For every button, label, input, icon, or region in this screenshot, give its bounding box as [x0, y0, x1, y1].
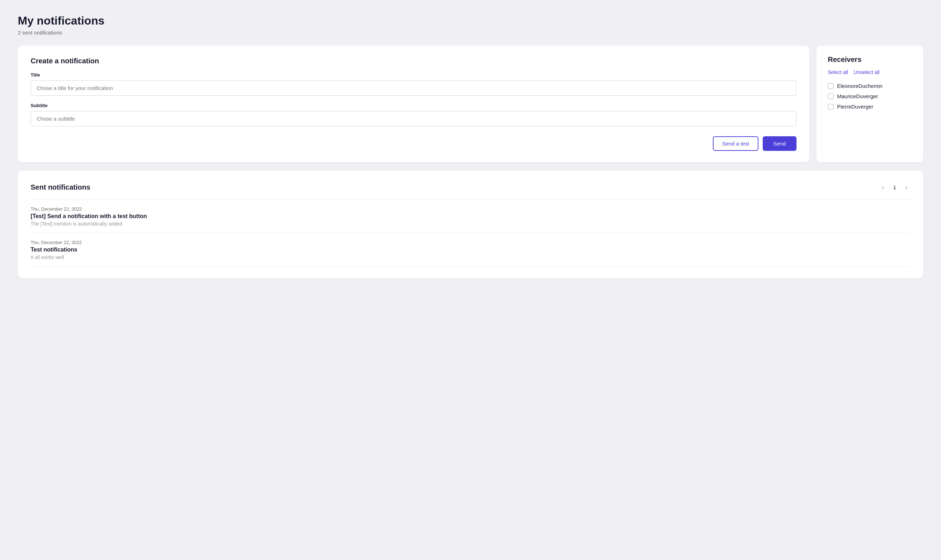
create-notification-card: Create a notification Title Subtitle Sen… [18, 46, 809, 162]
pagination: ‹ 1 › [879, 182, 910, 192]
receiver-checkbox-pierre[interactable] [828, 104, 833, 109]
select-all-button[interactable]: Select all [828, 69, 848, 75]
unselect-all-button[interactable]: Unselect all [854, 69, 879, 75]
notification-item: Thu, December 22, 2022 [Test] Send a not… [31, 200, 910, 233]
receiver-name: PierreDuverger [837, 103, 873, 109]
receiver-name: EleonoreDuchemin [837, 83, 882, 89]
notification-date: Thu, December 22, 2022 [31, 240, 910, 245]
sent-notifications-card: Sent notifications ‹ 1 › Thu, December 2… [18, 171, 923, 278]
receiver-name: MauriceDuverger [837, 93, 878, 99]
notification-subtitle: The [Test] mention is automatically adde… [31, 221, 910, 227]
prev-page-button[interactable]: ‹ [879, 182, 887, 192]
title-label: Title [31, 72, 796, 78]
subtitle-input[interactable] [31, 111, 796, 126]
receiver-checkbox-maurice[interactable] [828, 94, 833, 99]
list-item: PierreDuverger [828, 102, 912, 112]
receivers-card: Receivers Select all Unselect all Eleono… [816, 46, 923, 162]
notification-item: Thu, December 22, 2022 Test notification… [31, 233, 910, 267]
receivers-header: Receivers [828, 55, 912, 64]
receivers-list: EleonoreDuchemin MauriceDuverger PierreD… [828, 81, 912, 112]
subtitle-field-group: Subtitle [31, 103, 796, 134]
receiver-checkbox-eleonore[interactable] [828, 83, 833, 89]
sent-notifications-title: Sent notifications [31, 183, 90, 191]
page-number: 1 [890, 183, 900, 192]
form-buttons: Send a test Send [31, 136, 796, 151]
page-title: My notifications [18, 14, 923, 28]
page-subtitle: 2 sent notifications [18, 29, 923, 35]
sent-header: Sent notifications ‹ 1 › [31, 182, 910, 192]
top-section: Create a notification Title Subtitle Sen… [18, 46, 923, 162]
create-card-title: Create a notification [31, 57, 796, 65]
list-item: MauriceDuverger [828, 91, 912, 102]
notification-title: Test notifications [31, 246, 910, 253]
send-test-button[interactable]: Send a test [713, 136, 758, 151]
receivers-title: Receivers [828, 55, 862, 64]
title-field-group: Title [31, 72, 796, 103]
next-page-button[interactable]: › [902, 182, 910, 192]
notification-date: Thu, December 22, 2022 [31, 206, 910, 212]
subtitle-label: Subtitle [31, 103, 796, 108]
list-item: EleonoreDuchemin [828, 81, 912, 91]
title-input[interactable] [31, 80, 796, 96]
notification-subtitle: It all works well [31, 254, 910, 260]
notification-title: [Test] Send a notification with a test b… [31, 213, 910, 220]
receivers-actions: Select all Unselect all [828, 69, 912, 75]
send-button[interactable]: Send [763, 136, 796, 151]
